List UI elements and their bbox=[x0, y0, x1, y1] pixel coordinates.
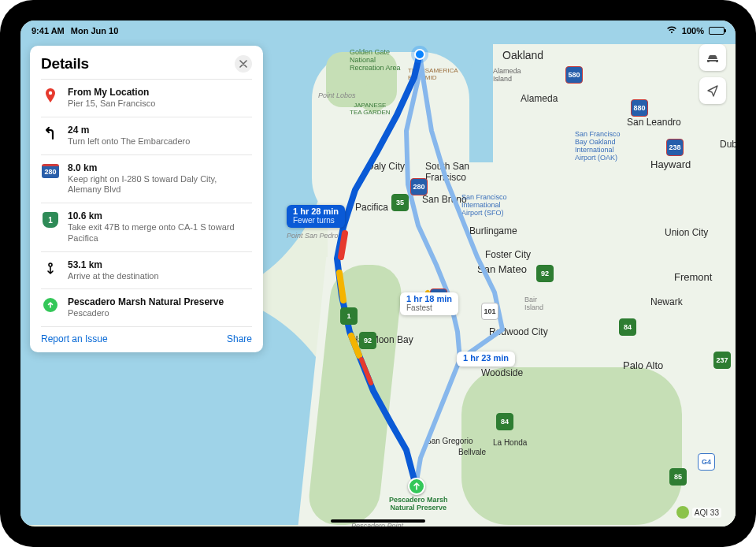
status-date: Mon Jun 10 bbox=[71, 26, 119, 35]
current-location-marker[interactable] bbox=[414, 49, 425, 60]
step-title: Pescadero Marsh Natural Preserve bbox=[68, 296, 224, 307]
shield-ca84b: 84 bbox=[496, 413, 513, 430]
step-from[interactable]: From My Location Pier 15, San Francisco bbox=[41, 79, 252, 117]
city-san-gregorio: San Gregorio bbox=[426, 437, 472, 445]
battery-icon bbox=[709, 27, 724, 35]
shield-ca237: 237 bbox=[713, 352, 731, 369]
shield-ca92a: 92 bbox=[359, 332, 376, 349]
destination-icon bbox=[41, 296, 60, 319]
shield-ca84a: 84 bbox=[619, 318, 636, 336]
poi-ggnra: Golden Gate National Recreation Area bbox=[350, 49, 401, 73]
step-subtitle: Pier 15, San Francisco bbox=[68, 99, 155, 110]
label-bair-island: Bair Island bbox=[524, 296, 543, 312]
city-redwood-city: Redwood City bbox=[489, 326, 548, 337]
step-subtitle: Keep right on I-280 S toward Daly City, … bbox=[68, 174, 252, 196]
city-hayward: Hayward bbox=[650, 158, 691, 170]
step-title: 24 m bbox=[68, 125, 190, 136]
city-oakland: Oakland bbox=[502, 49, 543, 61]
step-arrive[interactable]: 53.1 km Arrive at the destination bbox=[41, 251, 252, 289]
close-button[interactable] bbox=[235, 55, 252, 73]
poi-destination-label: Pescadero Marsh Natural Preserve bbox=[389, 497, 448, 512]
details-panel: Details From My Location Pier 15, San Fr… bbox=[30, 46, 263, 352]
turn-left-icon bbox=[41, 125, 60, 147]
destination-marker[interactable] bbox=[408, 478, 425, 495]
status-time: 9:41 AM bbox=[32, 26, 65, 35]
step-subtitle: Turn left onto The Embarcadero bbox=[68, 136, 190, 147]
share-link[interactable]: Share bbox=[227, 333, 252, 344]
city-daly-city: Daly City bbox=[367, 161, 405, 172]
panel-title: Details bbox=[41, 55, 89, 73]
route-desc: Fastest bbox=[406, 304, 452, 313]
shield-i580: 580 bbox=[565, 66, 583, 84]
location-arrow-icon bbox=[706, 84, 719, 97]
shield-ca92b: 92 bbox=[536, 265, 554, 282]
city-alameda: Alameda bbox=[521, 93, 558, 104]
label-point-san-pedro: Point San Pedro bbox=[287, 232, 339, 240]
city-san-mateo: San Mateo bbox=[477, 263, 527, 275]
city-foster-city: Foster City bbox=[485, 249, 531, 260]
shield-us101: 101 bbox=[481, 303, 498, 320]
step-title: 8.0 km bbox=[68, 162, 252, 173]
aqi-text: AQI 33 bbox=[692, 508, 721, 518]
city-la-honda: La Honda bbox=[493, 438, 527, 447]
shield-i880: 880 bbox=[631, 99, 648, 117]
city-burlingame: Burlingame bbox=[469, 225, 517, 236]
poi-tea-garden: JAPANESE TEA GARDEN bbox=[350, 102, 391, 117]
route-time: 1 hr 18 min bbox=[406, 295, 452, 304]
poi-sfo: San Francisco International Airport (SFO… bbox=[461, 194, 507, 218]
arrive-icon bbox=[41, 259, 60, 282]
step-turn-left[interactable]: 24 m Turn left onto The Embarcadero bbox=[41, 117, 252, 154]
step-i280[interactable]: 280 8.0 km Keep right on I-280 S toward … bbox=[41, 154, 252, 203]
city-union-city: Union City bbox=[665, 227, 708, 238]
city-newark: Newark bbox=[650, 296, 683, 307]
wifi-icon bbox=[666, 26, 677, 35]
step-subtitle: Pescadero bbox=[68, 308, 224, 319]
step-ca1[interactable]: 1 10.6 km Take exit 47B to merge onto CA… bbox=[41, 203, 252, 251]
shield-i238: 238 bbox=[666, 139, 684, 156]
panel-header: Details bbox=[41, 55, 252, 73]
step-title: 53.1 km bbox=[68, 259, 159, 270]
city-san-bruno: San Bruno bbox=[422, 194, 467, 205]
svg-point-1 bbox=[49, 263, 52, 266]
shield-ca1: 1 bbox=[340, 307, 358, 325]
step-destination[interactable]: Pescadero Marsh Natural Preserve Pescade… bbox=[41, 288, 252, 326]
route-badge-alt[interactable]: 1 hr 23 min bbox=[457, 352, 515, 367]
route-badge-fastest[interactable]: 1 hr 18 min Fastest bbox=[400, 292, 458, 315]
close-icon bbox=[239, 60, 247, 68]
map-mode-button[interactable] bbox=[699, 44, 726, 71]
report-issue-link[interactable]: Report an Issue bbox=[41, 333, 108, 344]
status-left: 9:41 AM Mon Jun 10 bbox=[32, 26, 118, 35]
label-point-lobos: Point Lobos bbox=[318, 91, 356, 99]
city-woodside: Woodside bbox=[481, 367, 523, 378]
shield-ca85: 85 bbox=[669, 468, 687, 486]
city-pacifica: Pacifica bbox=[355, 202, 388, 213]
pin-icon bbox=[41, 87, 60, 110]
aqi-badge[interactable]: AQI 33 bbox=[676, 506, 721, 519]
step-title: 10.6 km bbox=[68, 210, 252, 221]
route-desc: Fewer turns bbox=[293, 217, 339, 225]
step-subtitle: Take exit 47B to merge onto CA-1 S towar… bbox=[68, 222, 252, 244]
map-controls bbox=[699, 44, 726, 104]
label-alameda-island: Alameda Island bbox=[493, 68, 521, 84]
poi-oak: San Francisco Bay Oakland International … bbox=[575, 131, 621, 162]
car-icon bbox=[706, 52, 720, 63]
aqi-dot-icon bbox=[676, 506, 689, 519]
route-time: 1 hr 28 min bbox=[293, 207, 339, 217]
city-dublin: Dub bbox=[720, 139, 736, 150]
svg-point-0 bbox=[49, 91, 52, 95]
city-san-leandro: San Leandro bbox=[627, 117, 681, 128]
route-badge-primary[interactable]: 1 hr 28 min Fewer turns bbox=[287, 205, 345, 228]
poi-transamerica: TRANSAMERICA PYRAMID bbox=[408, 68, 458, 82]
route-time: 1 hr 23 min bbox=[463, 354, 509, 363]
battery-label: 100% bbox=[682, 26, 704, 35]
step-subtitle: Arrive at the destination bbox=[68, 271, 159, 282]
city-bellvale: Bellvale bbox=[458, 448, 486, 456]
step-title: From My Location bbox=[68, 87, 155, 98]
shield-g4: G4 bbox=[698, 453, 715, 471]
shield-i280-a: 280 bbox=[410, 178, 428, 195]
locate-me-button[interactable] bbox=[699, 77, 726, 104]
screen: 9:41 AM Mon Jun 10 100% bbox=[20, 20, 736, 527]
home-indicator[interactable] bbox=[331, 519, 425, 523]
city-palo-alto: Palo Alto bbox=[623, 359, 663, 371]
ca1-shield-icon: 1 bbox=[41, 210, 60, 244]
